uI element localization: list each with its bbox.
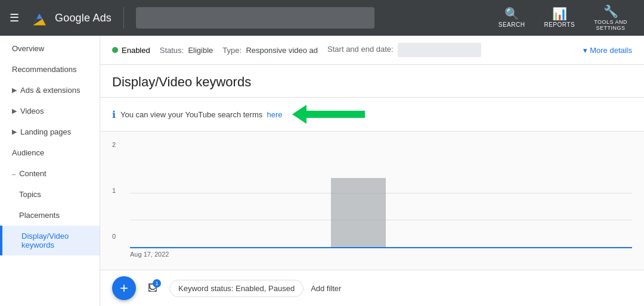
status-dot-icon — [112, 47, 118, 53]
filter-badge: 1 — [153, 279, 161, 288]
sidebar-item-label: Content — [19, 169, 47, 178]
info-link[interactable]: here — [267, 110, 282, 119]
enabled-label: Enabled — [122, 46, 150, 55]
filter-button[interactable]: ⛾ 1 — [148, 283, 157, 293]
sidebar-item-label: Display/Videokeywords — [21, 232, 69, 249]
chart-inner — [130, 141, 632, 248]
sidebar-item-label: Videos — [20, 107, 44, 115]
chart-bar — [331, 178, 386, 247]
green-arrow — [292, 105, 365, 124]
sidebar-item-label: Placements — [19, 211, 60, 220]
sidebar-item-placements[interactable]: Placements — [0, 205, 100, 226]
chevron-down-icon: ▾ — [583, 46, 587, 55]
info-text: You can view your YouTube search terms h… — [120, 110, 283, 119]
chevron-icon: ▶ — [12, 86, 17, 94]
app-name: Google Ads — [55, 12, 112, 24]
chevron-icon: – — [12, 170, 16, 177]
menu-icon[interactable]: ☰ — [7, 9, 21, 27]
reports-nav-label: REPORTS — [544, 21, 575, 28]
arrow-head-icon — [292, 105, 306, 124]
info-bar: ℹ You can view your YouTube search terms… — [100, 98, 644, 132]
y-label-2: 2 — [112, 141, 116, 148]
status-value: Eligible — [188, 46, 213, 55]
fab-add-button[interactable]: + — [112, 276, 136, 300]
status-label: Status: — [160, 46, 184, 55]
tools-icon: 🔧 — [603, 5, 618, 17]
date-label: Start and end date: — [327, 45, 394, 54]
main-content: Enabled Status: Eligible Type: Responsiv… — [100, 36, 644, 306]
sidebar-item-label: Overview — [12, 44, 44, 53]
sidebar-item-topics[interactable]: Topics — [0, 184, 100, 205]
reports-nav-button[interactable]: 📊 REPORTS — [534, 3, 584, 33]
chart-y-labels: 2 1 0 — [112, 141, 116, 240]
sidebar-item-label: Audience — [12, 148, 44, 157]
sidebar-item-label: Landing pages — [20, 127, 71, 136]
date-field: Start and end date: — [327, 43, 481, 57]
app-layout: Overview Recommendations ▶ Ads & extensi… — [0, 36, 644, 306]
google-ads-logo-icon — [29, 7, 50, 29]
search-nav-button[interactable]: 🔍 SEARCH — [489, 3, 535, 33]
chart-area: 2 1 0 Aug 17, 2022 — [100, 132, 644, 270]
search-nav-label: SEARCH — [499, 21, 525, 28]
sidebar-item-wrapper-display: Display/Videokeywords — [0, 226, 100, 255]
sidebar-item-landing-pages[interactable]: ▶ Landing pages — [0, 121, 100, 142]
sidebar-item-audience[interactable]: Audience — [0, 142, 100, 163]
sidebar-item-label: Ads & extensions — [20, 86, 80, 95]
app-logo: Google Ads — [29, 7, 112, 29]
y-label-0: 0 — [112, 233, 116, 240]
sidebar-item-ads-extensions[interactable]: ▶ Ads & extensions — [0, 80, 100, 101]
sidebar: Overview Recommendations ▶ Ads & extensi… — [0, 36, 100, 306]
bottom-bar: + ⛾ 1 Keyword status: Enabled, Paused Ad… — [100, 270, 644, 306]
info-icon: ℹ — [112, 109, 116, 120]
header: ☰ Google Ads 🔍 SEARCH 📊 REPORTS 🔧 TOOLS … — [0, 0, 644, 36]
type-field: Type: Responsive video ad — [222, 46, 318, 55]
y-label-1: 1 — [112, 187, 116, 194]
more-details-label: More details — [590, 46, 632, 55]
type-label: Type: — [222, 46, 242, 55]
type-value: Responsive video ad — [246, 46, 318, 55]
sidebar-item-overview[interactable]: Overview — [0, 38, 100, 59]
sidebar-item-display-video-keywords[interactable]: Display/Videokeywords — [0, 226, 100, 255]
search-icon: 🔍 — [504, 8, 519, 20]
sidebar-item-content[interactable]: – Content — [0, 163, 100, 184]
chevron-icon: ▶ — [12, 107, 17, 115]
status-enabled: Enabled — [112, 46, 150, 55]
status-bar: Enabled Status: Eligible Type: Responsiv… — [100, 36, 644, 65]
chart-date-label: Aug 17, 2022 — [130, 251, 632, 258]
chevron-icon: ▶ — [12, 128, 17, 136]
header-divider — [123, 7, 124, 29]
sidebar-item-videos[interactable]: ▶ Videos — [0, 101, 100, 121]
more-details-link[interactable]: ▾ More details — [583, 46, 632, 55]
header-search-bar[interactable] — [136, 7, 374, 29]
tools-nav-button[interactable]: 🔧 TOOLS ANDSETTINGS — [584, 1, 637, 36]
page-title-bar: Display/Video keywords — [100, 65, 644, 98]
sidebar-item-label: Recommendations — [12, 65, 76, 74]
header-actions: 🔍 SEARCH 📊 REPORTS 🔧 TOOLS ANDSETTINGS — [489, 1, 637, 36]
tools-nav-label: TOOLS ANDSETTINGS — [594, 19, 627, 31]
date-box — [398, 43, 481, 57]
sidebar-item-recommendations[interactable]: Recommendations — [0, 59, 100, 80]
add-filter-button[interactable]: Add filter — [311, 284, 341, 293]
svg-marker-1 — [33, 19, 46, 26]
info-text-content: You can view your YouTube search terms — [120, 110, 262, 119]
sidebar-item-label: Topics — [19, 190, 41, 199]
page-title: Display/Video keywords — [112, 74, 632, 90]
arrow-body-icon — [305, 111, 365, 118]
status-field: Status: Eligible — [160, 46, 213, 55]
reports-icon: 📊 — [552, 8, 567, 20]
keyword-status-chip[interactable]: Keyword status: Enabled, Paused — [169, 280, 304, 297]
